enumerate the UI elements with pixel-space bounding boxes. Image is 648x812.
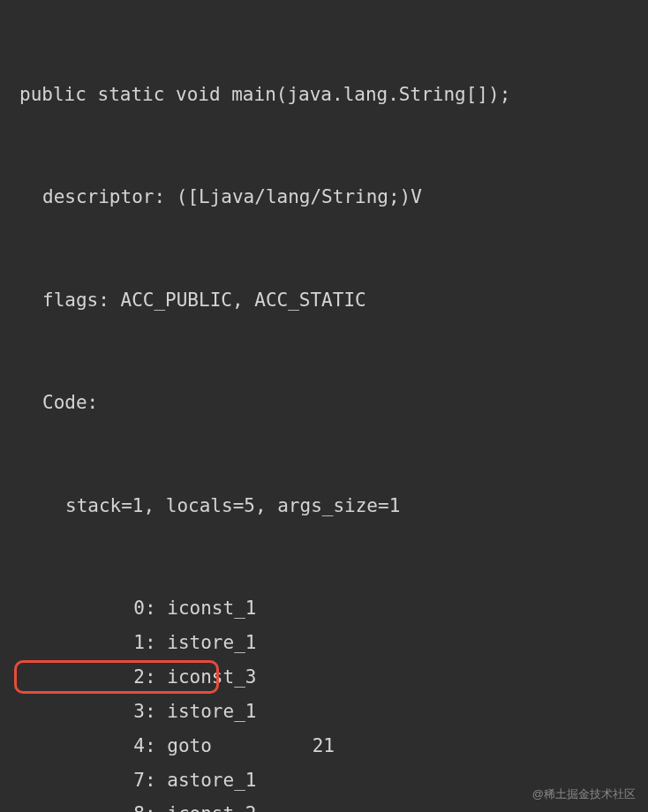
instructions-list: 0: iconst_11: istore_12: iconst_33: isto…: [19, 591, 648, 812]
bytecode-instruction: 2: iconst_3: [19, 660, 648, 695]
instruction-offset: 1: [111, 626, 145, 660]
bytecode-instruction: 0: iconst_1: [19, 591, 648, 626]
code-label: Code:: [19, 386, 648, 420]
watermark: @稀土掘金技术社区: [532, 784, 636, 805]
bytecode-instruction: 4: goto 21: [19, 729, 648, 763]
instruction-offset: 3: [111, 695, 145, 729]
method-signature: public static void main(java.lang.String…: [19, 78, 648, 112]
bytecode-listing: public static void main(java.lang.String…: [0, 9, 648, 812]
instruction-offset: 0: [111, 591, 145, 626]
instruction-offset: 8: [111, 797, 145, 812]
instruction-opcode: iconst_2: [167, 797, 256, 812]
descriptor-label: descriptor:: [42, 186, 165, 207]
instruction-operand: 21: [313, 729, 335, 763]
instruction-offset: 2: [111, 660, 145, 695]
instruction-opcode: istore_1: [167, 695, 256, 729]
instruction-offset: 4: [111, 729, 145, 763]
instruction-opcode: iconst_1: [167, 591, 256, 626]
flags-line: flags: ACC_PUBLIC, ACC_STATIC: [19, 283, 648, 318]
instruction-opcode: goto: [167, 729, 212, 763]
instruction-opcode: astore_1: [167, 763, 256, 798]
descriptor-value: ([Ljava/lang/String;)V: [177, 186, 422, 207]
flags-value: ACC_PUBLIC, ACC_STATIC: [121, 289, 366, 311]
instruction-opcode: iconst_3: [167, 660, 256, 695]
instruction-opcode: istore_1: [167, 626, 256, 660]
flags-label: flags:: [42, 289, 109, 311]
stack-info: stack=1, locals=5, args_size=1: [19, 489, 648, 523]
bytecode-instruction: 3: istore_1: [19, 695, 648, 729]
instruction-offset: 7: [111, 763, 145, 798]
descriptor-line: descriptor: ([Ljava/lang/String;)V: [19, 180, 648, 214]
bytecode-instruction: 1: istore_1: [19, 626, 648, 660]
